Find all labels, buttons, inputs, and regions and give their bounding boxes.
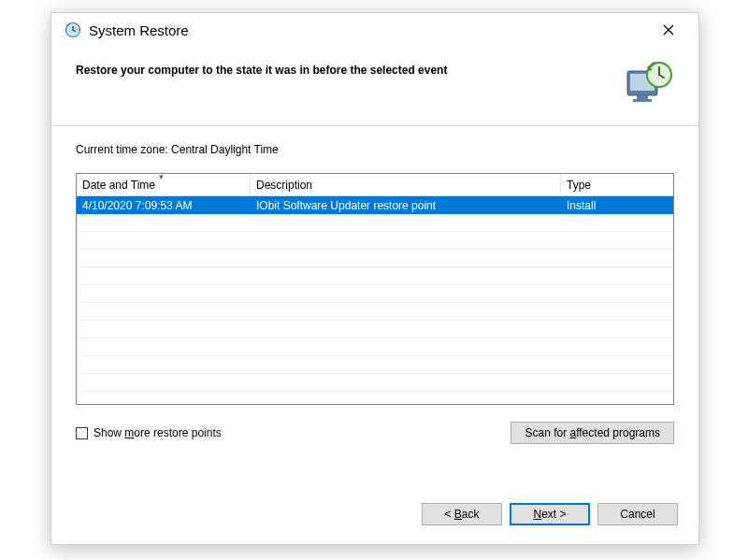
next-button[interactable]: Next > <box>510 503 590 525</box>
show-more-checkbox[interactable] <box>76 427 88 439</box>
system-restore-icon <box>65 22 81 38</box>
header-section: Restore your computer to the state it wa… <box>51 47 698 126</box>
cell-type: Install <box>561 197 673 214</box>
scan-affected-programs-button[interactable]: Scan for affected programs <box>511 422 674 444</box>
column-header-datetime[interactable]: Date and Time ▾ <box>77 174 251 195</box>
sort-descending-icon: ▾ <box>159 173 164 181</box>
cell-description: IObit Software Updater restore point <box>251 197 561 214</box>
titlebar: System Restore <box>51 13 698 47</box>
cancel-button[interactable]: Cancel <box>597 503 678 525</box>
cell-datetime: 4/10/2020 7:09:53 AM <box>77 197 251 214</box>
svg-rect-4 <box>637 95 648 99</box>
content-area: Current time zone: Central Daylight Time… <box>51 126 698 490</box>
wizard-button-bar: < Back Next > Cancel <box>51 490 698 544</box>
options-row: Show more restore points Scan for affect… <box>76 422 674 444</box>
column-header-datetime-label: Date and Time <box>82 179 155 192</box>
restore-graphic-icon <box>622 58 674 110</box>
column-header-type[interactable]: Type <box>561 174 673 195</box>
timezone-label: Current time zone: Central Daylight Time <box>76 143 674 156</box>
show-more-label[interactable]: Show more restore points <box>94 426 222 439</box>
window-title: System Restore <box>89 22 650 38</box>
restore-points-list[interactable]: Date and Time ▾ Description Type 4/10/20… <box>76 173 674 405</box>
grid-body: 4/10/2020 7:09:53 AM IObit Software Upda… <box>77 196 673 404</box>
header-instruction: Restore your computer to the state it wa… <box>76 58 607 77</box>
close-button[interactable] <box>650 15 687 45</box>
svg-rect-5 <box>633 99 652 102</box>
back-button[interactable]: < Back <box>422 503 502 525</box>
system-restore-dialog: System Restore Restore your computer to … <box>50 12 699 545</box>
restore-point-row[interactable]: 4/10/2020 7:09:53 AM IObit Software Upda… <box>77 196 673 214</box>
grid-header: Date and Time ▾ Description Type <box>77 174 673 196</box>
column-header-description[interactable]: Description <box>251 174 561 195</box>
